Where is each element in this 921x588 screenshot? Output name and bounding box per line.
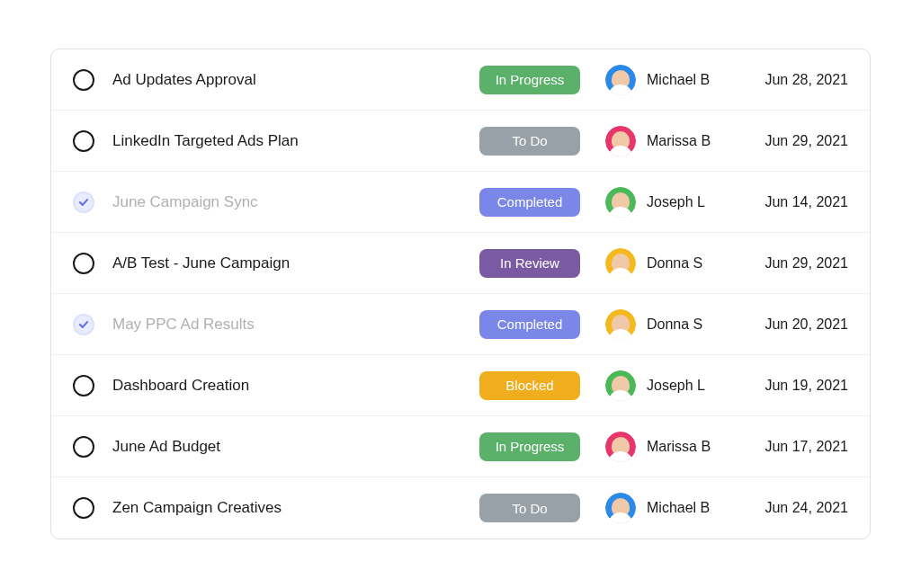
- status-badge[interactable]: Completed: [479, 310, 580, 339]
- task-row[interactable]: Zen Campaign CreativesTo DoMichael BJun …: [51, 477, 870, 539]
- task-checkbox[interactable]: [73, 192, 94, 213]
- check-icon: [77, 196, 90, 209]
- assignee-name: Michael B: [647, 72, 710, 88]
- status-badge[interactable]: Completed: [479, 188, 580, 217]
- assignee-name: Marissa B: [647, 133, 711, 149]
- task-title: A/B Test - June Campaign: [112, 254, 479, 272]
- task-date: Jun 19, 2021: [740, 378, 848, 394]
- task-checkbox[interactable]: [73, 130, 94, 152]
- avatar: [605, 309, 636, 340]
- status-badge[interactable]: To Do: [479, 127, 580, 156]
- task-checkbox[interactable]: [73, 497, 94, 519]
- task-row[interactable]: LinkedIn Targeted Ads PlanTo DoMarissa B…: [51, 111, 870, 172]
- task-date: Jun 29, 2021: [740, 255, 848, 272]
- status-badge[interactable]: In Progress: [479, 66, 580, 94]
- avatar: [605, 126, 636, 156]
- assignee[interactable]: Donna S: [605, 248, 740, 279]
- task-title: June Campaign Sync: [112, 193, 479, 211]
- status-badge[interactable]: To Do: [479, 494, 580, 522]
- task-checkbox[interactable]: [73, 436, 94, 458]
- task-checkbox[interactable]: [73, 375, 94, 396]
- task-row[interactable]: May PPC Ad ResultsCompletedDonna SJun 20…: [51, 294, 870, 355]
- avatar: [605, 493, 636, 523]
- assignee[interactable]: Marissa B: [605, 126, 740, 156]
- task-title: Zen Campaign Creatives: [112, 499, 479, 517]
- assignee-name: Joseph L: [647, 194, 705, 210]
- task-date: Jun 14, 2021: [740, 194, 848, 210]
- avatar: [605, 432, 636, 462]
- task-title: May PPC Ad Results: [112, 316, 479, 334]
- assignee[interactable]: Marissa B: [605, 432, 740, 462]
- task-checkbox[interactable]: [73, 253, 94, 274]
- task-title: Dashboard Creation: [112, 377, 479, 395]
- assignee[interactable]: Donna S: [605, 309, 740, 340]
- status-badge[interactable]: In Review: [479, 249, 580, 278]
- assignee[interactable]: Michael B: [605, 65, 740, 95]
- task-date: Jun 20, 2021: [740, 316, 848, 333]
- assignee[interactable]: Joseph L: [605, 187, 740, 218]
- avatar: [605, 370, 636, 401]
- assignee-name: Marissa B: [647, 439, 711, 455]
- task-row[interactable]: Dashboard CreationBlockedJoseph LJun 19,…: [51, 355, 870, 416]
- status-badge[interactable]: In Progress: [479, 432, 580, 461]
- avatar: [605, 65, 636, 95]
- task-title: June Ad Budget: [112, 438, 479, 456]
- task-checkbox[interactable]: [73, 69, 94, 91]
- avatar: [605, 248, 636, 279]
- task-title: LinkedIn Targeted Ads Plan: [112, 132, 479, 150]
- assignee-name: Donna S: [647, 316, 702, 333]
- task-date: Jun 24, 2021: [740, 500, 848, 516]
- task-date: Jun 17, 2021: [740, 439, 848, 455]
- task-row[interactable]: Ad Updates ApprovalIn ProgressMichael BJ…: [51, 49, 870, 111]
- assignee[interactable]: Michael B: [605, 493, 740, 523]
- task-date: Jun 29, 2021: [740, 133, 848, 149]
- task-checkbox[interactable]: [73, 314, 94, 335]
- assignee[interactable]: Joseph L: [605, 370, 740, 401]
- task-row[interactable]: June Ad BudgetIn ProgressMarissa BJun 17…: [51, 416, 870, 477]
- task-row[interactable]: A/B Test - June CampaignIn ReviewDonna S…: [51, 233, 870, 294]
- task-list-panel: Ad Updates ApprovalIn ProgressMichael BJ…: [50, 49, 871, 539]
- assignee-name: Donna S: [647, 255, 702, 272]
- task-row[interactable]: June Campaign SyncCompletedJoseph LJun 1…: [51, 172, 870, 233]
- avatar: [605, 187, 636, 218]
- assignee-name: Joseph L: [647, 378, 705, 394]
- assignee-name: Michael B: [647, 500, 710, 516]
- check-icon: [77, 318, 90, 331]
- task-title: Ad Updates Approval: [112, 71, 479, 89]
- task-date: Jun 28, 2021: [740, 72, 848, 88]
- status-badge[interactable]: Blocked: [479, 371, 580, 400]
